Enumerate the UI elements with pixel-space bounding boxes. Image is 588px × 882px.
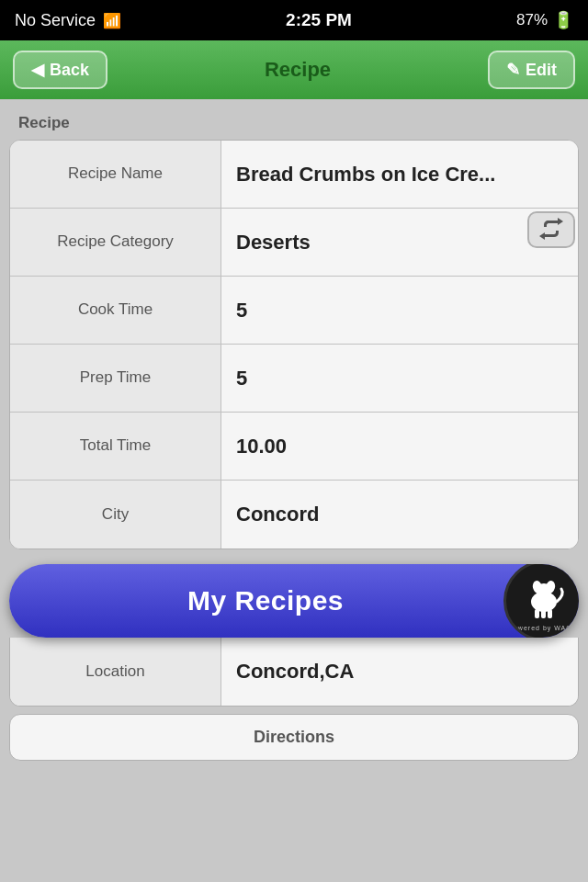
section-header: Recipe — [0, 99, 588, 140]
page-area: Recipe Recipe Name Bread Crumbs on Ice C… — [0, 99, 588, 882]
table-row: Cook Time 5 — [10, 277, 578, 345]
table-row: Prep Time 5 — [10, 345, 578, 413]
svg-rect-6 — [548, 609, 552, 618]
my-recipes-label: My Recipes — [9, 585, 503, 616]
back-button[interactable]: ◀ Back — [13, 51, 107, 89]
recipe-name-value: Bread Crumbs on Ice Cre... — [221, 141, 578, 208]
back-label: Back — [50, 61, 89, 80]
edit-icon: ✎ — [506, 60, 520, 80]
battery-text: 87% — [516, 11, 548, 29]
wag-text: Powered by WAG™ — [506, 625, 579, 631]
total-time-value: 10.00 — [221, 413, 578, 480]
svg-rect-5 — [541, 609, 546, 618]
edit-button[interactable]: ✎ Edit — [488, 51, 575, 89]
edit-label: Edit — [526, 61, 557, 80]
location-label: Location — [10, 638, 221, 706]
table-row: Recipe Name Bread Crumbs on Ice Cre... — [10, 141, 578, 209]
recipe-category-label: Recipe Category — [10, 209, 221, 276]
table-row: City Concord — [10, 481, 578, 548]
back-chevron-icon: ◀ — [31, 60, 44, 80]
directions-label: Directions — [254, 728, 334, 747]
status-right: 87% 🔋 — [516, 10, 573, 30]
status-time: 2:25 PM — [286, 10, 352, 30]
directions-card: Directions — [9, 714, 579, 761]
table-row: Location Concord,CA — [10, 638, 578, 706]
wag-logo: Powered by WAG™ — [503, 564, 579, 638]
recipe-table: Recipe Name Bread Crumbs on Ice Cre... R… — [9, 140, 579, 549]
prep-time-value: 5 — [221, 345, 578, 412]
recipe-name-label: Recipe Name — [10, 141, 221, 208]
page-title: Recipe — [265, 58, 331, 82]
share-icon — [539, 218, 563, 243]
location-value: Concord,CA — [221, 638, 578, 706]
recipe-category-value: Deserts — [221, 209, 578, 276]
city-label: City — [10, 481, 221, 548]
table-row: Recipe Category Deserts — [10, 209, 578, 277]
nav-bar: ◀ Back Recipe ✎ Edit — [0, 40, 588, 99]
total-time-label: Total Time — [10, 413, 221, 480]
bottom-table: Location Concord,CA — [9, 638, 579, 707]
my-recipes-button[interactable]: My Recipes Powered by WAG™ — [9, 564, 579, 638]
svg-rect-4 — [535, 609, 539, 618]
share-button[interactable] — [527, 211, 575, 248]
city-value: Concord — [221, 481, 578, 548]
table-row: Total Time 10.00 — [10, 413, 578, 481]
cook-time-value: 5 — [221, 277, 578, 344]
prep-time-label: Prep Time — [10, 345, 221, 412]
carrier-text: No Service — [15, 11, 96, 30]
wifi-icon: 📶 — [103, 12, 121, 29]
cook-time-label: Cook Time — [10, 277, 221, 344]
status-left: No Service 📶 — [15, 11, 121, 30]
battery-icon: 🔋 — [553, 10, 573, 30]
status-bar: No Service 📶 2:25 PM 87% 🔋 — [0, 0, 588, 40]
